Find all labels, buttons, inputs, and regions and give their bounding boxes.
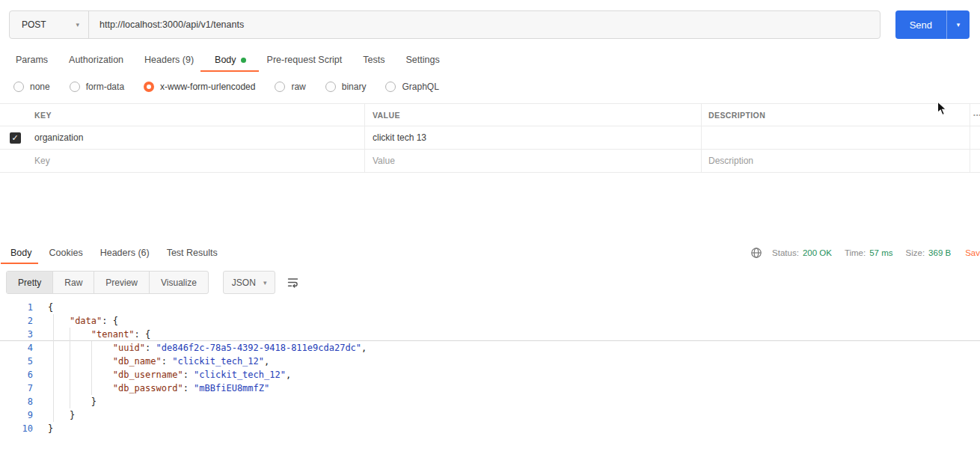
line-number: 5: [0, 355, 33, 368]
time-label: Time:: [845, 248, 866, 257]
tab-authorization[interactable]: Authorization: [64, 48, 129, 72]
wrap-lines-icon[interactable]: [287, 276, 299, 289]
view-tab-raw[interactable]: Raw: [53, 272, 94, 293]
view-tab-preview[interactable]: Preview: [94, 272, 150, 293]
code-line: 2 "data": {: [0, 314, 980, 328]
line-content: }: [33, 422, 53, 435]
line-content: "db_password": "mBBfiEU8mmfZ": [33, 381, 269, 395]
body-mode-radios: noneform-datax-www-form-urlencodedrawbin…: [13, 79, 980, 94]
code-line: 9 }: [0, 408, 980, 422]
tab-label: Headers (9): [144, 55, 194, 65]
table-overflow-menu-icon[interactable]: •••: [970, 111, 980, 118]
body-mode-form-data[interactable]: form-data: [70, 82, 124, 92]
url-bar: POST ▾: [9, 10, 881, 39]
code-line: 5 "db_name": "clickit_tech_12",: [0, 355, 980, 368]
response-tabs: BodyCookiesHeaders (6)Test Results: [6, 242, 230, 264]
body-content-dot-icon: [241, 58, 246, 63]
radio-icon: [325, 82, 336, 92]
view-tab-pretty[interactable]: Pretty: [7, 272, 53, 293]
tab-label: Authorization: [69, 55, 123, 65]
row-enabled-checkbox[interactable]: ✓: [10, 132, 21, 144]
body-mode-binary[interactable]: binary: [325, 82, 367, 92]
response-body-viewer: 1{2 "data": {3 "tenant": {4 "uuid": "de8…: [0, 301, 980, 435]
line-number: 6: [0, 368, 33, 381]
response-tab-test-results[interactable]: Test Results: [162, 242, 222, 264]
key-input[interactable]: [34, 132, 364, 143]
save-response-button[interactable]: Sav: [965, 248, 980, 257]
response-tab-cookies[interactable]: Cookies: [45, 242, 88, 264]
code-line: 10}: [0, 422, 980, 435]
table-header-row: KEY VALUE DESCRIPTION •••: [0, 104, 980, 126]
status-value: 200 OK: [803, 248, 832, 257]
indent-guide: [70, 328, 70, 408]
language-dropdown[interactable]: JSON ▾: [223, 271, 276, 294]
url-input[interactable]: [89, 11, 880, 38]
size-label: Size:: [906, 248, 925, 257]
request-tabs: ParamsAuthorizationHeaders (9)BodyPre-re…: [5, 48, 980, 72]
globe-icon[interactable]: [750, 247, 762, 259]
body-mode-raw[interactable]: raw: [275, 82, 305, 92]
table-row: ✓: [0, 126, 980, 150]
tab-tests[interactable]: Tests: [358, 48, 390, 72]
tab-headers-9[interactable]: Headers (9): [139, 48, 199, 72]
radio-label: GraphQL: [402, 82, 438, 92]
column-header-description: DESCRIPTION: [708, 111, 765, 120]
method-value: POST: [22, 19, 46, 30]
line-content: }: [33, 395, 97, 408]
send-button-group: Send ▾: [895, 10, 970, 39]
description-input[interactable]: [708, 132, 970, 143]
line-content: "uuid": "de846f2c-78a5-4392-9418-811e9cd…: [33, 341, 367, 355]
chevron-down-icon: ▾: [957, 21, 961, 28]
radio-icon: [385, 82, 396, 92]
line-content: "data": {: [33, 314, 118, 328]
column-header-key: KEY: [34, 111, 52, 120]
code-line: 7 "db_password": "mBBfiEU8mmfZ": [0, 381, 980, 395]
line-content: "tenant": {: [33, 328, 150, 340]
line-number: 8: [0, 395, 33, 408]
table-new-row: [0, 150, 980, 173]
view-mode-segmented-control: PrettyRawPreviewVisualize: [6, 271, 209, 294]
new-value-input[interactable]: [373, 156, 701, 166]
status-label: Status:: [772, 248, 799, 257]
tab-settings[interactable]: Settings: [400, 48, 444, 72]
code-line: 6 "db_username": "clickit_tech_12",: [0, 368, 980, 381]
line-number: 4: [0, 341, 33, 355]
tab-body[interactable]: Body: [209, 48, 251, 72]
line-number: 7: [0, 381, 33, 395]
response-meta: Status: 200 OK Time: 57 ms Size: 369 B S…: [750, 242, 980, 264]
tab-pre-request-script[interactable]: Pre-request Script: [262, 48, 348, 72]
new-description-input[interactable]: [708, 156, 970, 166]
line-number: 10: [0, 422, 33, 435]
code-line: 4 "uuid": "de846f2c-78a5-4392-9418-811e9…: [0, 341, 980, 355]
line-content: {: [33, 301, 53, 314]
radio-label: form-data: [86, 82, 124, 92]
radio-icon: [144, 82, 154, 92]
line-number: 9: [0, 408, 33, 422]
radio-label: none: [30, 82, 50, 92]
response-tab-headers-6[interactable]: Headers (6): [96, 242, 154, 264]
request-url-row: POST ▾ Send ▾: [0, 0, 980, 39]
language-value: JSON: [232, 278, 256, 288]
code-line: 8 }: [0, 395, 980, 408]
body-mode-none[interactable]: none: [13, 82, 50, 92]
response-header: BodyCookiesHeaders (6)Test Results Statu…: [0, 242, 980, 264]
response-tab-body[interactable]: Body: [6, 242, 37, 264]
line-content: "db_name": "clickit_tech_12",: [33, 355, 269, 368]
radio-icon: [70, 82, 80, 92]
indent-guide: [53, 314, 54, 422]
new-key-input[interactable]: [34, 156, 364, 166]
radio-label: x-www-form-urlencoded: [160, 82, 255, 92]
tab-label: Params: [16, 55, 48, 65]
line-number: 2: [0, 314, 33, 328]
body-mode-x-www-form-urlencoded[interactable]: x-www-form-urlencoded: [144, 82, 255, 92]
send-options-button[interactable]: ▾: [946, 10, 970, 39]
chevron-down-icon: ▾: [263, 279, 267, 286]
urlencoded-table: KEY VALUE DESCRIPTION ••• ✓: [0, 103, 980, 173]
send-button[interactable]: Send: [895, 10, 946, 39]
method-dropdown[interactable]: POST ▾: [10, 11, 89, 38]
body-mode-graphql[interactable]: GraphQL: [385, 82, 438, 92]
line-number: 3: [0, 328, 33, 340]
view-tab-visualize[interactable]: Visualize: [150, 272, 208, 293]
tab-params[interactable]: Params: [10, 48, 53, 72]
value-input[interactable]: [373, 132, 701, 143]
